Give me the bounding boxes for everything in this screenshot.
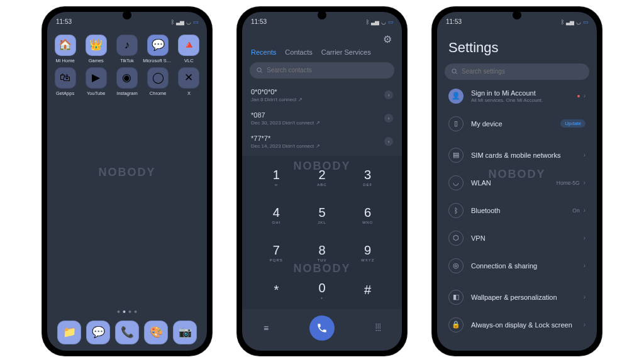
bluetooth-icon: ᛒ xyxy=(366,19,369,25)
setting-sub: All Mi services. One Mi Account. xyxy=(471,97,570,103)
settings-list: 👤 Sign in to Mi Account All Mi services.… xyxy=(437,82,597,339)
share-icon: ◎ xyxy=(448,258,464,273)
app-grid: 🏠Mi Home 👑Games ♪TikTok 💬Microsoft Swift… xyxy=(47,30,207,96)
dock-files[interactable]: 📁 xyxy=(57,321,81,344)
tab-contacts[interactable]: Contacts xyxy=(285,48,312,56)
tab-recents[interactable]: Recents xyxy=(251,48,276,56)
setting-bluetooth[interactable]: ᛒ Bluetooth On› xyxy=(440,197,594,224)
phone-icon xyxy=(316,322,328,334)
key-1[interactable]: 1∞ xyxy=(253,158,299,196)
search-icon xyxy=(451,68,458,75)
vpn-icon: ⬡ xyxy=(448,231,464,246)
key-5[interactable]: 5JKL xyxy=(299,196,345,234)
chevron-right-icon: › xyxy=(584,92,586,99)
setting-sim[interactable]: ▤ SIM cards & mobile networks › xyxy=(440,141,594,169)
chevron-right-icon[interactable]: › xyxy=(384,137,393,146)
setting-vpn[interactable]: ⬡ VPN › xyxy=(440,224,594,252)
page-title: Settings xyxy=(437,30,597,61)
setting-label: Sign in to Mi Account xyxy=(471,89,570,97)
status-time: 11:53 xyxy=(251,18,267,25)
status-time: 11:53 xyxy=(446,18,462,25)
svg-point-0 xyxy=(257,68,261,72)
chevron-right-icon: › xyxy=(584,321,586,328)
page-indicator[interactable] xyxy=(118,310,137,313)
key-7[interactable]: 7PQRS xyxy=(253,234,299,272)
setting-wallpaper[interactable]: ◧ Wallpaper & personalization › xyxy=(440,283,594,311)
app-swiftkey[interactable]: 💬Microsoft SwiftKey ... xyxy=(143,35,174,63)
call-log-item[interactable]: *087Dec 30, 2023 Didn't connect↗ › xyxy=(251,107,393,130)
search-contacts[interactable] xyxy=(250,62,394,79)
dock-themes[interactable]: 🎨 xyxy=(144,321,168,344)
key-3[interactable]: 3DEF xyxy=(345,158,391,196)
setting-label: WLAN xyxy=(471,179,549,187)
signal-icon: ▃▅ xyxy=(371,19,379,25)
dock: 📁 💬 📞 🎨 📷 xyxy=(47,321,207,344)
settings-screen: 11:53 ᛒ▃▅◡▭ Settings 👤 Sign in to Mi Acc… xyxy=(437,12,597,351)
dialer-tabs: Recents Contacts Carrier Services xyxy=(242,43,402,60)
setting-label: SIM cards & mobile networks xyxy=(471,151,576,159)
signal-icon: ▃▅ xyxy=(566,19,574,25)
setting-label: Connection & sharing xyxy=(471,262,576,270)
chevron-right-icon: › xyxy=(584,293,586,300)
search-settings[interactable] xyxy=(445,63,589,80)
app-instagram[interactable]: ◉Instagram xyxy=(111,67,142,96)
call-log-item[interactable]: 0*0*0*0*Jan 8 Didn't connect↗ › xyxy=(251,84,393,107)
app-tiktok[interactable]: ♪TikTok xyxy=(111,35,142,63)
key-4[interactable]: 4GHI xyxy=(253,196,299,234)
search-contacts-input[interactable] xyxy=(267,67,388,74)
key-8[interactable]: 8TUV xyxy=(299,234,345,272)
wifi-icon: ◡ xyxy=(186,19,191,25)
tab-carrier[interactable]: Carrier Services xyxy=(321,48,371,56)
dock-phone[interactable]: 📞 xyxy=(115,321,139,344)
key-2[interactable]: 2ABC xyxy=(299,158,345,196)
app-mi-home[interactable]: 🏠Mi Home xyxy=(50,35,80,63)
chevron-right-icon[interactable]: › xyxy=(384,114,393,123)
search-icon xyxy=(256,67,263,74)
call-log-item[interactable]: *77*7*Dec 14, 2023 Didn't connect↗ › xyxy=(251,130,393,153)
wifi-icon: ◡ xyxy=(448,175,464,190)
chevron-right-icon[interactable]: › xyxy=(384,90,393,99)
setting-label: Always-on display & Lock screen xyxy=(471,321,576,329)
key-0[interactable]: 0+ xyxy=(299,272,345,309)
notch xyxy=(123,11,131,19)
key-6[interactable]: 6MNO xyxy=(345,196,391,234)
key-9[interactable]: 9WXYZ xyxy=(345,234,391,272)
app-games[interactable]: 👑Games xyxy=(80,35,111,63)
app-youtube[interactable]: ▶YouTube xyxy=(80,67,111,96)
call-number: *77*7* xyxy=(251,134,320,142)
notch xyxy=(318,11,326,19)
sim-icon: ▤ xyxy=(448,148,464,163)
status-icons: ᛒ▃▅◡▭ xyxy=(366,19,393,25)
app-x[interactable]: ✕X xyxy=(174,67,204,96)
call-meta: Dec 14, 2023 Didn't connect↗ xyxy=(251,143,320,149)
app-vlc[interactable]: 🔺VLC xyxy=(174,35,204,63)
status-icons: ᛒ▃▅◡▭ xyxy=(561,19,588,25)
setting-connection-sharing[interactable]: ◎ Connection & sharing › xyxy=(440,252,594,280)
key-star[interactable]: * xyxy=(253,272,299,309)
search-settings-input[interactable] xyxy=(462,68,583,75)
wifi-icon: ◡ xyxy=(381,19,386,25)
dock-camera[interactable]: 📷 xyxy=(173,321,197,344)
account-icon: 👤 xyxy=(448,89,464,104)
call-meta: Jan 8 Didn't connect↗ xyxy=(251,97,303,102)
setting-label: Bluetooth xyxy=(471,207,565,214)
dock-messages[interactable]: 💬 xyxy=(86,321,110,344)
outgoing-icon: ↗ xyxy=(316,120,320,126)
app-chrome[interactable]: ◯Chrome xyxy=(143,67,174,96)
setting-wlan[interactable]: ◡ WLAN Home-5G› xyxy=(440,169,594,197)
gear-icon[interactable]: ⚙ xyxy=(383,33,393,43)
setting-lockscreen[interactable]: 🔒 Always-on display & Lock screen › xyxy=(440,311,594,339)
setting-account[interactable]: 👤 Sign in to Mi Account All Mi services.… xyxy=(440,82,594,110)
phone-dialer: 11:53 ᛒ▃▅◡▭ ⚙ Recents Contacts Carrier S… xyxy=(237,7,407,356)
call-button[interactable] xyxy=(309,315,335,341)
key-hash[interactable]: # xyxy=(345,272,391,309)
setting-my-device[interactable]: ▯ My device Update xyxy=(440,110,594,138)
bluetooth-icon: ᛒ xyxy=(171,19,174,25)
phone-home: 11:53 ᛒ ▃▅ ◡ ▭ 🏠Mi Home 👑Games ♪TikTok 💬… xyxy=(42,7,212,356)
app-getapps[interactable]: 🛍GetApps xyxy=(50,67,80,96)
dialpad-icon[interactable]: ⦙⦙⦙ xyxy=(372,322,384,333)
wallpaper-icon: ◧ xyxy=(448,290,464,305)
watermark: NOBODY xyxy=(98,166,155,179)
status-time: 11:53 xyxy=(56,18,72,25)
menu-icon[interactable]: ≡ xyxy=(260,323,272,333)
